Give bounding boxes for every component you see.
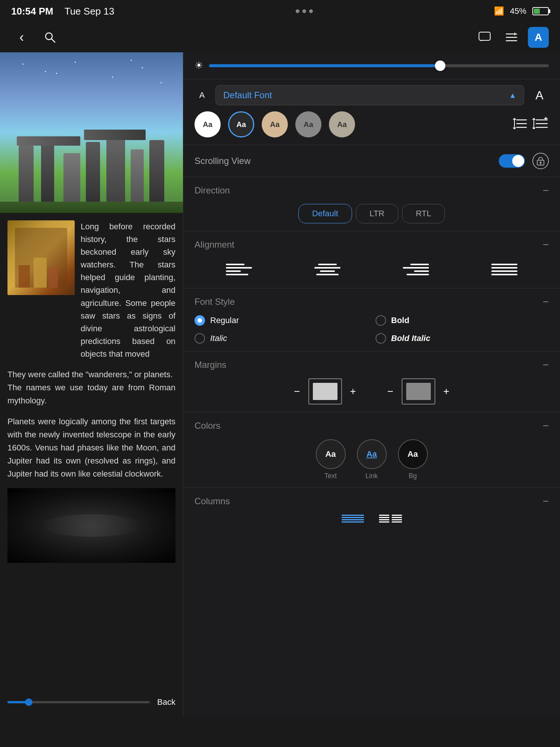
- scrolling-view-row: Scrolling View: [183, 145, 560, 177]
- color-link-circle: Aa: [357, 439, 387, 469]
- left-margin-box: [308, 378, 342, 405]
- status-time: 10:54 PM: [11, 6, 53, 17]
- font-style-grid: Regular Bold Italic Bold Italic: [183, 311, 560, 351]
- font-style-bold[interactable]: Bold: [376, 315, 549, 326]
- align-justify-button[interactable]: [489, 258, 519, 280]
- line-spacing-icon[interactable]: [513, 117, 528, 132]
- font-style-bold-italic[interactable]: Bold Italic: [376, 333, 549, 344]
- column-single[interactable]: [342, 515, 364, 523]
- left-margin-control: − +: [290, 378, 361, 405]
- margins-collapse[interactable]: −: [543, 359, 549, 371]
- reading-progress[interactable]: [7, 701, 150, 703]
- status-date: Tue Sep 13: [65, 6, 114, 17]
- toggle-knob: [512, 155, 524, 167]
- article-thumbnail: [7, 220, 75, 295]
- comment-button[interactable]: [474, 27, 495, 48]
- theme-gray[interactable]: Aa: [295, 111, 321, 137]
- lock-icon[interactable]: [532, 153, 549, 169]
- status-bar: 10:54 PM Tue Sep 13 📶 45%: [0, 0, 560, 22]
- font-style-bold-label: Bold: [391, 316, 410, 325]
- right-margin-control: − +: [383, 378, 454, 405]
- direction-rtl[interactable]: RTL: [402, 204, 445, 223]
- right-settings-panel: ☀ A Default Font ▲ A Aa Aa Aa Aa Aa: [183, 52, 560, 717]
- column-double[interactable]: [379, 515, 402, 523]
- margins-title: Margins: [195, 360, 226, 370]
- alignment-header: Alignment −: [183, 231, 560, 254]
- colors-header: Colors −: [183, 412, 560, 436]
- bottom-bar: Back: [0, 687, 183, 717]
- columns-header: Columns −: [183, 488, 560, 511]
- theme-row: Aa Aa Aa Aa Aa: [195, 111, 507, 137]
- direction-title: Direction: [195, 185, 230, 196]
- color-link-label: Link: [365, 472, 378, 480]
- battery-percent: 45%: [510, 6, 526, 16]
- align-right-button[interactable]: [401, 258, 431, 280]
- right-margin-box: [402, 378, 435, 405]
- theme-align-row: Aa Aa Aa Aa Aa: [183, 111, 560, 145]
- color-bg-label: Bg: [408, 472, 417, 480]
- back-button[interactable]: ‹: [11, 27, 32, 48]
- font-row: A Default Font ▲ A: [183, 79, 560, 111]
- right-margin-decrease[interactable]: −: [383, 384, 398, 399]
- scrolling-view-toggle[interactable]: [499, 154, 525, 168]
- left-margin-increase[interactable]: +: [346, 384, 361, 399]
- article-section: Long before recorded history, the stars …: [0, 213, 183, 570]
- color-link[interactable]: Aa Link: [357, 439, 387, 480]
- theme-dark[interactable]: Aa: [228, 111, 254, 137]
- line-spacing-adjust-icon[interactable]: [532, 117, 549, 132]
- columns-row: [183, 511, 560, 526]
- font-style-regular[interactable]: Regular: [195, 315, 368, 326]
- brightness-icon: ☀: [195, 60, 203, 71]
- font-style-collapse[interactable]: −: [543, 296, 549, 308]
- font-select-label: Default Font: [223, 90, 272, 100]
- margins-row: − + − +: [183, 375, 560, 412]
- alignment-collapse[interactable]: −: [543, 239, 549, 251]
- font-style-bold-italic-label: Bold Italic: [391, 334, 430, 343]
- brightness-fill: [209, 64, 440, 67]
- left-margin-decrease[interactable]: −: [290, 384, 305, 399]
- stonehenge-image: [0, 52, 183, 213]
- color-bg-circle: Aa: [398, 439, 428, 469]
- font-style-title: Font Style: [195, 297, 235, 307]
- direction-row: Default LTR RTL: [183, 200, 560, 231]
- theme-white[interactable]: Aa: [195, 111, 221, 137]
- brightness-row: ☀: [183, 52, 560, 79]
- font-selector[interactable]: Default Font ▲: [215, 85, 524, 105]
- font-style-header: Font Style −: [183, 288, 560, 311]
- content-panel: Long before recorded history, the stars …: [0, 52, 183, 717]
- status-dots: [296, 9, 313, 13]
- color-bg[interactable]: Aa Bg: [398, 439, 428, 480]
- direction-default[interactable]: Default: [298, 204, 352, 223]
- search-button[interactable]: [40, 27, 60, 48]
- radio-italic: [195, 333, 205, 344]
- align-left-button[interactable]: [224, 258, 254, 280]
- brightness-thumb[interactable]: [435, 61, 445, 71]
- direction-ltr[interactable]: LTR: [356, 204, 398, 223]
- right-margin-increase[interactable]: +: [439, 384, 454, 399]
- color-text[interactable]: Aa Text: [316, 439, 346, 480]
- radio-bold-italic: [376, 333, 386, 344]
- theme-sepia[interactable]: Aa: [262, 111, 288, 137]
- direction-header: Direction −: [183, 177, 560, 200]
- columns-collapse[interactable]: −: [543, 495, 549, 507]
- back-label[interactable]: Back: [157, 697, 175, 707]
- list-button[interactable]: [501, 27, 522, 48]
- font-settings-button[interactable]: A: [528, 27, 549, 48]
- radio-regular: [195, 315, 205, 326]
- colors-row: Aa Text Aa Link Aa Bg: [183, 436, 560, 487]
- align-center-button[interactable]: [312, 258, 342, 280]
- columns-title: Columns: [195, 496, 230, 506]
- svg-rect-2: [479, 32, 490, 40]
- brightness-slider[interactable]: [209, 64, 549, 67]
- wifi-icon: 📶: [494, 6, 504, 16]
- font-style-italic[interactable]: Italic: [195, 333, 368, 344]
- font-style-italic-label: Italic: [210, 334, 227, 343]
- direction-collapse[interactable]: −: [543, 185, 549, 196]
- nav-bar: ‹ A: [0, 22, 560, 52]
- svg-line-1: [52, 39, 55, 42]
- article-paragraph-2: Planets were logically among the first t…: [7, 415, 175, 481]
- status-right: 📶 45%: [494, 6, 549, 16]
- font-size-small-label: A: [195, 90, 209, 100]
- colors-collapse[interactable]: −: [543, 420, 549, 432]
- theme-stone[interactable]: Aa: [329, 111, 355, 137]
